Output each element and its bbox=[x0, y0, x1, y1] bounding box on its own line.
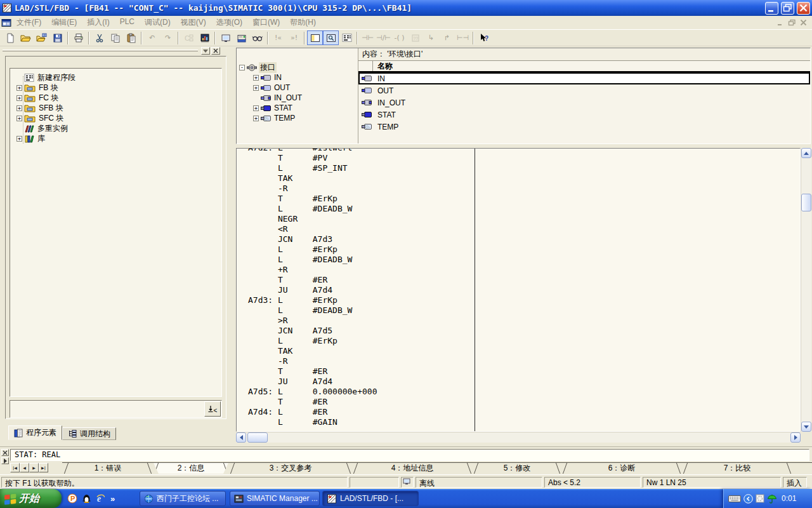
stl-code-text[interactable]: A7d2: L #Istwert T #PV L #SP_INT TAK -R … bbox=[248, 148, 800, 427]
tray-umbrella-icon[interactable] bbox=[767, 494, 777, 504]
child-restore-button[interactable] bbox=[787, 18, 797, 27]
menu-item[interactable]: 帮助(H) bbox=[285, 16, 321, 29]
horizontal-scrollbar[interactable] bbox=[236, 432, 801, 443]
tray-app-icon[interactable] bbox=[756, 494, 764, 503]
hide-tray-icons-button[interactable] bbox=[743, 494, 753, 504]
menu-item[interactable]: 调试(D) bbox=[140, 16, 176, 29]
interface-tree-root[interactable]: -接口 bbox=[237, 62, 358, 72]
sort-button[interactable]: < bbox=[204, 401, 221, 417]
blocks-chart-button[interactable] bbox=[197, 30, 213, 45]
variable-row-TEMP[interactable]: TEMP bbox=[358, 121, 810, 133]
expand-plus-icon[interactable]: + bbox=[253, 116, 259, 121]
expand-plus-icon[interactable]: + bbox=[16, 136, 22, 142]
stl-code-editor[interactable]: A7d2: L #Istwert T #PV L #SP_INT TAK -R … bbox=[236, 148, 801, 432]
overview-tab-程序元素[interactable]: 程序元素 bbox=[8, 425, 62, 440]
tree-item-FB 块[interactable]: +FB 块 bbox=[10, 83, 221, 93]
save-button[interactable] bbox=[49, 30, 65, 45]
paste-button[interactable] bbox=[123, 30, 139, 45]
interface-node-TEMP[interactable]: +TEMP bbox=[237, 113, 358, 123]
variable-row-STAT[interactable]: STAT bbox=[358, 109, 810, 121]
variable-row-IN[interactable]: IN bbox=[358, 72, 810, 84]
expand-plus-icon[interactable]: + bbox=[16, 116, 22, 121]
last-tab-button[interactable]: ▶| bbox=[39, 463, 48, 472]
menu-item[interactable]: PLC bbox=[115, 16, 140, 29]
open-station-button[interactable] bbox=[34, 30, 49, 45]
open-button[interactable] bbox=[18, 30, 34, 45]
scroll-up-button[interactable] bbox=[801, 148, 811, 158]
tree-item-库[interactable]: +库 bbox=[10, 133, 221, 144]
expand-plus-icon[interactable]: + bbox=[16, 95, 22, 101]
quick-launch-player-icon[interactable]: P bbox=[67, 493, 77, 504]
help-cursor-button[interactable]: ? bbox=[476, 30, 492, 45]
next-tab-button[interactable]: ▶ bbox=[29, 463, 39, 472]
tree-item-新建程序段[interactable]: +新建程序段 bbox=[10, 72, 221, 83]
output-tab-6：诊断[interactable]: 6：诊断 bbox=[562, 463, 681, 474]
glasses-button[interactable] bbox=[249, 30, 265, 45]
quick-launch-overflow-chevron[interactable]: » bbox=[110, 494, 115, 504]
output-close-button[interactable] bbox=[1, 449, 9, 456]
interface-node-IN[interactable]: +IN bbox=[237, 72, 358, 83]
minimize-button[interactable] bbox=[765, 2, 778, 15]
panel-close-button[interactable] bbox=[211, 47, 220, 55]
print-button[interactable] bbox=[70, 30, 86, 45]
quick-launch-qq-icon[interactable] bbox=[82, 493, 91, 504]
expand-plus-icon[interactable]: + bbox=[253, 85, 259, 91]
output-tab-2：信息[interactable]: 2：信息 bbox=[154, 463, 228, 474]
view-detail-button[interactable] bbox=[323, 30, 339, 45]
taskbar-task-2[interactable]: SIMATIC Manager ... bbox=[230, 491, 320, 506]
copy-button[interactable] bbox=[107, 30, 123, 45]
expand-plus-icon[interactable]: + bbox=[16, 105, 22, 111]
interface-node-STAT[interactable]: +STAT bbox=[237, 103, 358, 113]
new-network-button[interactable] bbox=[339, 30, 355, 45]
new-button[interactable] bbox=[2, 30, 18, 45]
tree-item-SFB 块[interactable]: +SFB 块 bbox=[10, 103, 221, 113]
expand-plus-icon[interactable]: + bbox=[16, 85, 22, 91]
menu-item[interactable]: 编辑(E) bbox=[46, 16, 82, 29]
output-tab-1：错误[interactable]: 1：错误 bbox=[63, 463, 152, 474]
interface-node-OUT[interactable]: +OUT bbox=[237, 83, 358, 93]
output-tab-3：交叉参考[interactable]: 3：交叉参考 bbox=[230, 463, 351, 474]
monitor-toggle-button[interactable] bbox=[218, 30, 233, 45]
output-tab-5：修改[interactable]: 5：修改 bbox=[473, 463, 561, 474]
scroll-right-button[interactable] bbox=[790, 432, 801, 443]
start-button[interactable]: 开始 bbox=[0, 489, 62, 508]
expand-plus-icon[interactable]: + bbox=[253, 75, 259, 81]
panel-menu-button[interactable] bbox=[201, 47, 210, 55]
menu-item[interactable]: 文件(F) bbox=[11, 16, 46, 29]
menu-item[interactable]: 选项(O) bbox=[211, 16, 247, 29]
variable-row-IN_OUT[interactable]: IN_OUT bbox=[358, 97, 810, 109]
child-window-icon[interactable] bbox=[1, 18, 11, 27]
scroll-left-button[interactable] bbox=[236, 432, 246, 443]
tree-item-多重实例[interactable]: +多重实例 bbox=[10, 123, 221, 133]
vertical-scroll-thumb[interactable] bbox=[801, 194, 811, 211]
restore-button[interactable] bbox=[781, 2, 794, 15]
panel-grip-handle[interactable] bbox=[3, 50, 198, 51]
scroll-down-button[interactable] bbox=[801, 422, 811, 432]
vertical-scrollbar[interactable] bbox=[801, 148, 811, 432]
tree-item-SFC 块[interactable]: +SFC 块 bbox=[10, 113, 221, 123]
child-minimize-button[interactable] bbox=[776, 18, 785, 27]
horizontal-scroll-thumb[interactable] bbox=[247, 432, 268, 443]
overview-tab-调用结构[interactable]: 调用结构 bbox=[62, 427, 116, 440]
output-tab-4：地址信息[interactable]: 4：地址信息 bbox=[353, 463, 472, 474]
taskbar-task-1[interactable]: 西门子工控论坛 ... bbox=[140, 491, 226, 506]
prev-tab-button[interactable]: ◀ bbox=[20, 463, 29, 472]
child-close-button[interactable] bbox=[799, 18, 808, 27]
menu-item[interactable]: 窗口(W) bbox=[247, 16, 285, 29]
interface-node-IN_OUT[interactable]: +IN_OUT bbox=[237, 93, 358, 103]
menu-item[interactable]: 插入(I) bbox=[82, 16, 114, 29]
taskbar-task-3[interactable]: LAD/STL/FBD - [... bbox=[322, 491, 419, 506]
collapse-minus-icon[interactable]: - bbox=[239, 65, 245, 70]
view-overview-button[interactable] bbox=[307, 30, 323, 45]
expand-plus-icon[interactable]: + bbox=[253, 105, 259, 111]
first-tab-button[interactable]: |◀ bbox=[10, 463, 20, 472]
menu-item[interactable]: 视图(V) bbox=[176, 16, 211, 29]
output-tab-7：比较[interactable]: 7：比较 bbox=[683, 463, 792, 474]
quick-launch-ie-icon[interactable]: e bbox=[96, 493, 106, 504]
variable-row-OUT[interactable]: OUT bbox=[358, 84, 810, 97]
station-button[interactable] bbox=[233, 30, 249, 45]
language-keyboard-icon[interactable] bbox=[728, 495, 741, 503]
close-button[interactable] bbox=[797, 2, 810, 15]
tree-item-FC 块[interactable]: +FC 块 bbox=[10, 93, 221, 103]
cut-button[interactable] bbox=[91, 30, 107, 45]
